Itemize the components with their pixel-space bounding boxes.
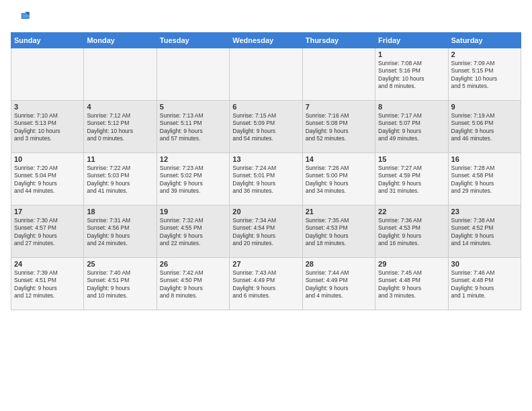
column-header-wednesday: Wednesday	[230, 33, 302, 48]
day-number: 4	[87, 103, 153, 111]
day-info: Sunrise: 7:13 AM Sunset: 5:11 PM Dayligh…	[160, 112, 226, 143]
day-info: Sunrise: 7:16 AM Sunset: 5:08 PM Dayligh…	[306, 112, 372, 143]
calendar-cell: 8Sunrise: 7:17 AM Sunset: 5:07 PM Daylig…	[375, 101, 448, 153]
day-number: 2	[451, 50, 518, 58]
calendar-cell: 15Sunrise: 7:27 AM Sunset: 4:59 PM Dayli…	[375, 153, 448, 205]
day-number: 7	[306, 103, 372, 111]
column-header-sunday: Sunday	[11, 33, 84, 48]
calendar-cell: 5Sunrise: 7:13 AM Sunset: 5:11 PM Daylig…	[157, 101, 229, 153]
header	[11, 11, 521, 27]
calendar-cell: 28Sunrise: 7:44 AM Sunset: 4:49 PM Dayli…	[302, 258, 375, 310]
day-info: Sunrise: 7:31 AM Sunset: 4:56 PM Dayligh…	[87, 217, 153, 248]
day-number: 13	[232, 155, 299, 163]
svg-marker-2	[22, 14, 29, 17]
calendar-header-row: SundayMondayTuesdayWednesdayThursdayFrid…	[11, 33, 521, 48]
day-number: 25	[87, 260, 153, 268]
day-info: Sunrise: 7:09 AM Sunset: 5:15 PM Dayligh…	[451, 60, 518, 91]
calendar-cell: 7Sunrise: 7:16 AM Sunset: 5:08 PM Daylig…	[302, 101, 375, 153]
calendar-cell: 26Sunrise: 7:42 AM Sunset: 4:50 PM Dayli…	[157, 258, 229, 310]
day-info: Sunrise: 7:19 AM Sunset: 5:06 PM Dayligh…	[451, 112, 518, 143]
day-info: Sunrise: 7:17 AM Sunset: 5:07 PM Dayligh…	[378, 112, 445, 143]
day-number: 16	[451, 155, 518, 163]
day-info: Sunrise: 7:23 AM Sunset: 5:02 PM Dayligh…	[160, 165, 226, 195]
day-number: 20	[232, 208, 299, 216]
day-info: Sunrise: 7:43 AM Sunset: 4:49 PM Dayligh…	[232, 269, 299, 300]
column-header-monday: Monday	[84, 33, 157, 48]
day-info: Sunrise: 7:34 AM Sunset: 4:54 PM Dayligh…	[232, 217, 299, 248]
day-number: 9	[451, 103, 518, 111]
day-info: Sunrise: 7:32 AM Sunset: 4:55 PM Dayligh…	[160, 217, 226, 248]
day-number: 22	[378, 208, 445, 216]
day-info: Sunrise: 7:44 AM Sunset: 4:49 PM Dayligh…	[306, 269, 372, 300]
day-info: Sunrise: 7:46 AM Sunset: 4:48 PM Dayligh…	[451, 269, 518, 300]
day-info: Sunrise: 7:08 AM Sunset: 5:16 PM Dayligh…	[378, 60, 445, 91]
calendar-week-5: 24Sunrise: 7:39 AM Sunset: 4:51 PM Dayli…	[11, 258, 521, 310]
calendar-cell	[230, 48, 302, 101]
day-info: Sunrise: 7:24 AM Sunset: 5:01 PM Dayligh…	[232, 165, 299, 195]
calendar-cell: 20Sunrise: 7:34 AM Sunset: 4:54 PM Dayli…	[230, 205, 302, 258]
day-info: Sunrise: 7:28 AM Sunset: 4:58 PM Dayligh…	[451, 165, 518, 195]
calendar-cell: 22Sunrise: 7:36 AM Sunset: 4:53 PM Dayli…	[375, 205, 448, 258]
calendar-week-3: 10Sunrise: 7:20 AM Sunset: 5:04 PM Dayli…	[11, 153, 521, 205]
calendar-cell: 1Sunrise: 7:08 AM Sunset: 5:16 PM Daylig…	[375, 48, 448, 101]
main-container: SundayMondayTuesdayWednesdayThursdayFrid…	[0, 0, 532, 316]
day-info: Sunrise: 7:40 AM Sunset: 4:51 PM Dayligh…	[87, 269, 153, 300]
calendar-cell: 14Sunrise: 7:26 AM Sunset: 5:00 PM Dayli…	[302, 153, 375, 205]
day-info: Sunrise: 7:27 AM Sunset: 4:59 PM Dayligh…	[378, 165, 445, 195]
day-number: 21	[306, 208, 372, 216]
day-info: Sunrise: 7:15 AM Sunset: 5:09 PM Dayligh…	[232, 112, 299, 143]
day-number: 19	[160, 208, 226, 216]
calendar-cell: 2Sunrise: 7:09 AM Sunset: 5:15 PM Daylig…	[448, 48, 521, 101]
day-info: Sunrise: 7:26 AM Sunset: 5:00 PM Dayligh…	[306, 165, 372, 195]
column-header-tuesday: Tuesday	[157, 33, 229, 48]
day-info: Sunrise: 7:39 AM Sunset: 4:51 PM Dayligh…	[14, 269, 81, 300]
day-info: Sunrise: 7:36 AM Sunset: 4:53 PM Dayligh…	[378, 217, 445, 248]
day-number: 27	[232, 260, 299, 268]
calendar-cell: 17Sunrise: 7:30 AM Sunset: 4:57 PM Dayli…	[11, 205, 84, 258]
day-number: 18	[87, 208, 153, 216]
calendar-cell: 21Sunrise: 7:35 AM Sunset: 4:53 PM Dayli…	[302, 205, 375, 258]
calendar-cell: 4Sunrise: 7:12 AM Sunset: 5:12 PM Daylig…	[84, 101, 157, 153]
calendar-cell: 11Sunrise: 7:22 AM Sunset: 5:03 PM Dayli…	[84, 153, 157, 205]
calendar-cell: 3Sunrise: 7:10 AM Sunset: 5:13 PM Daylig…	[11, 101, 84, 153]
day-number: 10	[14, 155, 81, 163]
day-info: Sunrise: 7:20 AM Sunset: 5:04 PM Dayligh…	[14, 165, 81, 195]
day-number: 29	[378, 260, 445, 268]
calendar-cell: 30Sunrise: 7:46 AM Sunset: 4:48 PM Dayli…	[448, 258, 521, 310]
calendar-week-4: 17Sunrise: 7:30 AM Sunset: 4:57 PM Dayli…	[11, 205, 521, 258]
day-number: 11	[87, 155, 153, 163]
calendar-cell	[157, 48, 229, 101]
day-number: 26	[160, 260, 226, 268]
calendar-cell	[84, 48, 157, 101]
calendar-cell: 9Sunrise: 7:19 AM Sunset: 5:06 PM Daylig…	[448, 101, 521, 153]
day-number: 28	[306, 260, 372, 268]
calendar-cell: 24Sunrise: 7:39 AM Sunset: 4:51 PM Dayli…	[11, 258, 84, 310]
day-info: Sunrise: 7:12 AM Sunset: 5:12 PM Dayligh…	[87, 112, 153, 143]
calendar-cell: 19Sunrise: 7:32 AM Sunset: 4:55 PM Dayli…	[157, 205, 229, 258]
calendar-cell: 23Sunrise: 7:38 AM Sunset: 4:52 PM Dayli…	[448, 205, 521, 258]
day-number: 15	[378, 155, 445, 163]
calendar-cell: 25Sunrise: 7:40 AM Sunset: 4:51 PM Dayli…	[84, 258, 157, 310]
day-number: 12	[160, 155, 226, 163]
day-number: 1	[378, 50, 445, 58]
day-number: 17	[14, 208, 81, 216]
calendar-table: SundayMondayTuesdayWednesdayThursdayFrid…	[11, 32, 521, 310]
day-info: Sunrise: 7:22 AM Sunset: 5:03 PM Dayligh…	[87, 165, 153, 195]
calendar-cell: 16Sunrise: 7:28 AM Sunset: 4:58 PM Dayli…	[448, 153, 521, 205]
calendar-cell: 12Sunrise: 7:23 AM Sunset: 5:02 PM Dayli…	[157, 153, 229, 205]
column-header-friday: Friday	[375, 33, 448, 48]
day-info: Sunrise: 7:35 AM Sunset: 4:53 PM Dayligh…	[306, 217, 372, 248]
day-info: Sunrise: 7:42 AM Sunset: 4:50 PM Dayligh…	[160, 269, 226, 300]
day-info: Sunrise: 7:38 AM Sunset: 4:52 PM Dayligh…	[451, 217, 518, 248]
calendar-cell: 27Sunrise: 7:43 AM Sunset: 4:49 PM Dayli…	[230, 258, 302, 310]
calendar-cell: 6Sunrise: 7:15 AM Sunset: 5:09 PM Daylig…	[230, 101, 302, 153]
day-info: Sunrise: 7:45 AM Sunset: 4:48 PM Dayligh…	[378, 269, 445, 300]
day-number: 6	[232, 103, 299, 111]
calendar-cell	[11, 48, 84, 101]
calendar-cell: 18Sunrise: 7:31 AM Sunset: 4:56 PM Dayli…	[84, 205, 157, 258]
day-number: 30	[451, 260, 518, 268]
day-info: Sunrise: 7:10 AM Sunset: 5:13 PM Dayligh…	[14, 112, 81, 143]
day-info: Sunrise: 7:30 AM Sunset: 4:57 PM Dayligh…	[14, 217, 81, 248]
day-number: 3	[14, 103, 81, 111]
calendar-cell: 29Sunrise: 7:45 AM Sunset: 4:48 PM Dayli…	[375, 258, 448, 310]
